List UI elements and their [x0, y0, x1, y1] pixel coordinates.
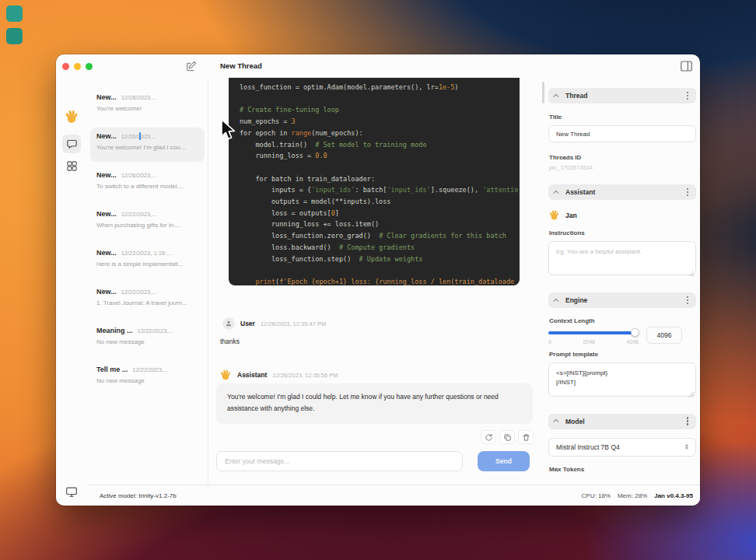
thread-preview: No new message	[96, 377, 198, 384]
minimize-button[interactable]	[74, 63, 81, 70]
tick-label: 0	[548, 339, 551, 345]
kebab-menu-icon[interactable]	[687, 95, 689, 97]
instructions-label: Instructions	[549, 229, 695, 236]
message-timestamp: 12/26/2023, 12:35:47 PM	[261, 320, 326, 327]
chat-area: loss_function = optim.Adam(model.paramet…	[208, 78, 548, 485]
thread-list-item[interactable]: New... 12/26/2023... You're welcome! I'm…	[90, 128, 205, 162]
thread-title: New...	[96, 132, 117, 140]
thread-title: New...	[96, 210, 117, 218]
prompt-template-textarea[interactable]: <s>[INST]{prompt} [/INST]	[548, 362, 696, 397]
app-version: Jan v0.4.3-95	[654, 492, 693, 499]
close-button[interactable]	[62, 63, 69, 70]
prompt-template-label: Prompt template	[549, 351, 695, 358]
wave-icon	[548, 209, 560, 221]
desktop-accent	[6, 5, 23, 22]
context-length-slider[interactable]: 0 2048 4096	[548, 327, 639, 345]
thread-title: Tell me ...	[96, 366, 128, 373]
desktop: New Thread	[0, 0, 756, 560]
thread-title: New...	[96, 171, 117, 179]
message-actions	[481, 430, 534, 444]
chat-scrollbar[interactable]	[542, 82, 544, 103]
thread-list-item[interactable]: Meaning ... 12/22/2023,... No new messag…	[90, 322, 205, 356]
thread-preview: To switch to a different model,...	[96, 183, 198, 190]
thread-list-item[interactable]: New... 12/22/2023,... When purchasing gi…	[90, 205, 205, 240]
page-title: New Thread	[220, 61, 262, 70]
assistant-message-header: Assistant 12/26/2023, 12:35:56 PM	[219, 369, 338, 381]
active-model-status: Active model: trinity-v1.2-7b	[100, 492, 582, 499]
section-header-model[interactable]: Model	[548, 414, 696, 429]
thread-date: 12/22/2023,...	[138, 327, 173, 334]
chevron-up-icon	[553, 298, 558, 303]
instructions-textarea[interactable]	[548, 241, 696, 275]
thread-list-item[interactable]: New... 12/22/2023, 1:15:... Here is a si…	[90, 244, 205, 278]
thread-list-item[interactable]: New... 12/28/2023... You're welcome!	[90, 89, 205, 123]
thread-date: 12/22/2023, 1:15:...	[121, 250, 172, 257]
titlebar[interactable]: New Thread	[56, 54, 700, 78]
context-length-value[interactable]: 4096	[646, 327, 682, 344]
status-bar: Active model: trinity-v1.2-7b CPU: 18% M…	[87, 485, 700, 506]
settings-panel: Thread Title Threads ID jan_1703574534 A…	[548, 78, 696, 485]
thread-preview: You're welcome! I'm glad I cou...	[96, 144, 198, 151]
thread-list-item[interactable]: New... 12/26/2023,... To switch to a dif…	[90, 166, 205, 201]
chevron-up-icon	[553, 190, 558, 195]
sidebar-item-threads[interactable]	[62, 135, 81, 153]
assistant-message-text: You're welcome! I'm glad I could help. L…	[216, 383, 533, 424]
thread-title: New...	[96, 288, 117, 296]
message-input[interactable]	[216, 451, 463, 471]
thread-list-item[interactable]: Tell me ... 12/22/2023,... No new messag…	[90, 361, 205, 395]
thread-list-item[interactable]: New... 12/22/2023,... 1. Travel Journal:…	[90, 283, 205, 317]
tick-label: 2048	[583, 339, 595, 345]
user-avatar	[222, 317, 235, 330]
cpu-status: CPU: 18%	[582, 492, 611, 499]
window-controls	[62, 63, 93, 70]
threads-id-value: jan_1703574534	[549, 164, 695, 171]
new-thread-icon[interactable]	[185, 60, 198, 72]
thread-date: 12/22/2023,...	[121, 289, 157, 296]
kebab-menu-icon[interactable]	[687, 299, 689, 302]
max-tokens-label: Max Tokens	[549, 466, 695, 473]
jan-logo-wave-icon	[64, 109, 79, 124]
user-message-text: thanks	[220, 338, 240, 345]
chevron-up-icon	[553, 93, 558, 99]
desktop-accent	[6, 28, 23, 44]
assistant-avatar-wave-icon	[219, 369, 232, 381]
thread-preview: No new message	[96, 338, 198, 345]
sidebar-item-hub[interactable]	[65, 159, 79, 173]
code-block: loss_function = optim.Adam(model.paramet…	[229, 78, 520, 285]
settings-gear-icon[interactable]	[65, 504, 79, 506]
regenerate-icon[interactable]	[481, 430, 496, 444]
slider-ticks: 0 2048 4096	[548, 339, 639, 345]
thread-date: 12/28/2023...	[121, 94, 156, 101]
panel-toggle-icon[interactable]	[681, 61, 692, 72]
send-button[interactable]: Send	[478, 451, 530, 471]
thread-title-input[interactable]	[548, 125, 696, 142]
thread-date: 12/22/2023,...	[132, 366, 168, 373]
kebab-menu-icon[interactable]	[687, 420, 689, 422]
thread-preview: You're welcome!	[96, 105, 198, 112]
thread-list: New... 12/28/2023... You're welcome! New…	[87, 78, 208, 485]
threads-id-label: Threads ID	[549, 154, 695, 161]
select-stepper-icon	[685, 444, 688, 450]
system-monitor-icon[interactable]	[65, 485, 79, 498]
section-header-thread[interactable]: Thread	[548, 88, 696, 103]
slider-thumb[interactable]	[631, 328, 639, 337]
context-length-label: Context Length	[549, 317, 695, 324]
icon-rail	[56, 78, 87, 506]
delete-trash-icon[interactable]	[518, 430, 534, 444]
assistant-identity: Jan	[548, 209, 696, 221]
thread-preview: When purchasing gifts for in-...	[96, 222, 198, 229]
title-label: Title	[549, 114, 695, 121]
kebab-menu-icon[interactable]	[687, 191, 689, 194]
section-header-engine[interactable]: Engine	[548, 292, 696, 308]
copy-icon[interactable]	[499, 430, 515, 444]
model-select[interactable]: Mistral Instruct 7B Q4	[548, 438, 696, 457]
thread-date: 12/26/2023,...	[121, 172, 157, 179]
user-message-header: User 12/26/2023, 12:35:47 PM	[222, 317, 326, 330]
mem-status: Mem: 28%	[618, 492, 647, 499]
section-header-assistant[interactable]: Assistant	[548, 184, 696, 200]
message-timestamp: 12/26/2023, 12:35:56 PM	[272, 372, 338, 379]
thread-preview: Here is a simple implementati...	[96, 261, 198, 268]
assistant-name: Jan	[565, 212, 577, 219]
thread-preview: 1. Travel Journal: A travel journ...	[96, 299, 198, 306]
zoom-button[interactable]	[86, 63, 93, 70]
